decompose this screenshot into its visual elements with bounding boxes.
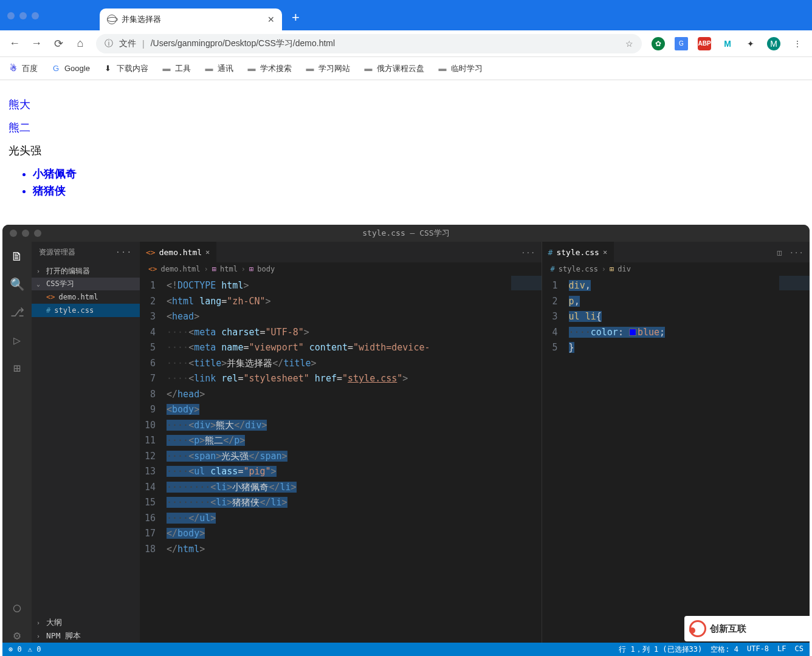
extensions-icon[interactable]: ⊞ <box>13 361 21 375</box>
home-button[interactable]: ⌂ <box>74 37 86 50</box>
status-errors[interactable]: ⊗ 0 <box>9 645 22 654</box>
address-label: 文件 <box>119 38 136 49</box>
file-item[interactable]: #style.css <box>32 304 140 317</box>
watermark-logo-icon <box>689 620 706 637</box>
list-item: 小猪佩奇 <box>33 166 803 181</box>
google-icon: G <box>51 64 61 73</box>
bookmark-item[interactable]: GGoogle <box>51 64 90 73</box>
bookmarks-bar: ☃百度 GGoogle ⬇下载内容 ▬工具 ▬通讯 ▬学术搜索 ▬学习网站 ▬俄… <box>0 57 812 80</box>
css-file-icon: # <box>548 248 553 257</box>
search-icon[interactable]: 🔍 <box>10 277 25 292</box>
page-ul: 小猪佩奇 猪猪侠 <box>33 166 803 198</box>
address-bar[interactable]: ⓘ 文件 | /Users/ganmingpro/Desktop/CSS学习/d… <box>96 34 642 53</box>
bookmark-folder[interactable]: ▬工具 <box>162 63 191 74</box>
tab-title: 并集选择器 <box>122 14 263 25</box>
breadcrumb[interactable]: #style.css ›⊞div <box>542 262 810 276</box>
extensions-icon[interactable]: ✦ <box>744 37 757 50</box>
globe-icon <box>107 15 117 24</box>
vscode-window: style.css — CSS学习 🗎 🔍 ⎇ ▷ ⊞ ◯ ⚙ 资源管理器 ··… <box>2 225 810 656</box>
settings-icon[interactable]: ⚙ <box>13 628 21 643</box>
new-tab-button[interactable]: + <box>292 10 300 26</box>
status-lang[interactable]: CS <box>795 644 803 655</box>
bookmark-item[interactable]: ⬇下载内容 <box>103 63 148 74</box>
folder-section[interactable]: ⌄CSS学习 <box>32 278 140 290</box>
folder-icon: ▬ <box>204 64 214 73</box>
bookmark-folder[interactable]: ▬俄方课程云盘 <box>363 63 424 74</box>
browser-titlebar: 并集选择器 ✕ + <box>0 0 812 30</box>
bookmark-folder[interactable]: ▬临时学习 <box>438 63 483 74</box>
source-control-icon[interactable]: ⎇ <box>10 305 24 319</box>
minimap[interactable] <box>779 276 810 349</box>
more-icon[interactable]: ··· <box>521 248 535 257</box>
minimap[interactable] <box>511 276 542 349</box>
info-icon[interactable]: ⓘ <box>105 38 113 49</box>
window-controls[interactable] <box>7 12 39 19</box>
close-icon[interactable]: ✕ <box>267 15 275 24</box>
bookmark-folder[interactable]: ▬学术搜索 <box>247 63 292 74</box>
editor-left: <>demo.html✕ ··· <>demo.html ›⊞html ›⊞bo… <box>140 242 542 643</box>
npm-section[interactable]: ›NPM 脚本 <box>32 629 140 643</box>
outline-section[interactable]: ›大纲 <box>32 616 140 629</box>
folder-icon: ▬ <box>438 64 447 73</box>
file-item[interactable]: <>demo.html <box>32 290 140 304</box>
sidebar-header: 资源管理器 ··· <box>32 242 140 262</box>
code-area[interactable]: 1div,2p,3ul li{4····color: blue;5} <box>542 276 810 643</box>
reload-button[interactable]: ⟳ <box>52 37 64 50</box>
bookmark-folder[interactable]: ▬学习网站 <box>305 63 350 74</box>
baidu-icon: ☃ <box>9 64 18 73</box>
sidebar: 资源管理器 ··· ›打开的编辑器 ⌄CSS学习 <>demo.html #st… <box>32 242 140 643</box>
more-icon[interactable]: ··· <box>115 248 132 256</box>
vscode-titlebar[interactable]: style.css — CSS学习 <box>2 225 810 242</box>
activity-bar: 🗎 🔍 ⎇ ▷ ⊞ ◯ ⚙ <box>2 242 32 643</box>
close-icon[interactable]: ✕ <box>603 248 607 256</box>
page-span: 光头强 <box>9 143 803 158</box>
status-bar: ⊗ 0 ⚠ 0 行 1，列 1 (已选择33) 空格: 4 UTF-8 LF C… <box>2 643 810 656</box>
page-p: 熊二 <box>9 120 803 135</box>
account-icon[interactable]: ◯ <box>13 600 21 615</box>
html-file-icon: <> <box>146 248 156 257</box>
status-encoding[interactable]: UTF-8 <box>747 644 769 655</box>
download-icon: ⬇ <box>103 64 113 73</box>
code-area[interactable]: 1<!DOCTYPE html>2<html lang="zh-CN">3<he… <box>140 276 542 643</box>
folder-icon: ▬ <box>247 64 256 73</box>
extension-icon[interactable]: ✿ <box>652 37 665 50</box>
status-eol[interactable]: LF <box>777 644 786 655</box>
breadcrumb[interactable]: <>demo.html ›⊞html ›⊞body <box>140 262 542 276</box>
editor-tab[interactable]: <>demo.html✕ <box>140 242 216 262</box>
translate-icon[interactable]: G <box>675 37 688 50</box>
extension-icon[interactable]: M <box>721 37 734 50</box>
bookmark-folder[interactable]: ▬通讯 <box>204 63 233 74</box>
page-div: 熊大 <box>9 97 803 112</box>
more-icon[interactable]: ··· <box>790 248 803 257</box>
star-icon[interactable]: ☆ <box>625 39 633 49</box>
editor-tab[interactable]: #style.css✕ <box>542 242 614 262</box>
list-item: 猪猪侠 <box>33 183 803 198</box>
debug-icon[interactable]: ▷ <box>13 333 21 347</box>
back-button[interactable]: ← <box>9 37 21 50</box>
html-file-icon: <> <box>46 293 55 301</box>
folder-icon: ▬ <box>162 64 171 73</box>
adblock-icon[interactable]: ABP <box>698 37 711 50</box>
split-icon[interactable]: ◫ <box>777 248 782 257</box>
css-file-icon: # <box>46 306 50 315</box>
bookmark-item[interactable]: ☃百度 <box>9 63 38 74</box>
editor-right: #style.css✕ ◫··· #style.css ›⊞div 1div,2… <box>542 242 810 643</box>
explorer-icon[interactable]: 🗎 <box>11 249 23 264</box>
status-cursor[interactable]: 行 1，列 1 (已选择33) <box>619 644 702 655</box>
forward-button[interactable]: → <box>30 37 43 50</box>
status-spaces[interactable]: 空格: 4 <box>710 644 738 655</box>
menu-icon[interactable]: ⋮ <box>790 37 803 50</box>
close-icon[interactable]: ✕ <box>205 248 210 256</box>
browser-toolbar: ← → ⟳ ⌂ ⓘ 文件 | /Users/ganmingpro/Desktop… <box>0 30 812 57</box>
window-title: style.css — CSS学习 <box>2 228 810 239</box>
page-body: 熊大 熊二 光头强 小猪佩奇 猪猪侠 <box>0 80 812 215</box>
folder-icon: ▬ <box>363 64 373 73</box>
browser-tab[interactable]: 并集选择器 ✕ <box>100 9 282 30</box>
status-warnings[interactable]: ⚠ 0 <box>28 645 41 654</box>
folder-icon: ▬ <box>305 64 315 73</box>
profile-avatar[interactable]: M <box>767 37 780 50</box>
open-editors-section[interactable]: ›打开的编辑器 <box>32 265 140 278</box>
address-path: /Users/ganmingpro/Desktop/CSS学习/demo.htm… <box>151 38 335 49</box>
watermark: 创新互联 <box>684 616 812 641</box>
